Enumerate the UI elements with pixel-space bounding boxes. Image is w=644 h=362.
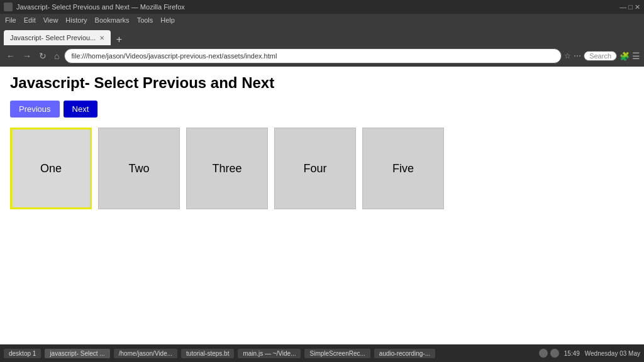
menu-item-help[interactable]: Help (160, 16, 175, 24)
address-bar[interactable]: file:///home/jason/Videos/javascript-pre… (64, 48, 562, 63)
tab-close-button[interactable]: ✕ (99, 35, 104, 41)
tab-label: Javascript- Select Previou... (10, 34, 96, 41)
next-button[interactable]: Next (64, 101, 98, 118)
menu-item-tools[interactable]: Tools (137, 16, 153, 24)
page-title: Javascript- Select Previous and Next (10, 74, 634, 92)
firefox-icon (4, 3, 13, 11)
search-box[interactable]: Search (584, 51, 617, 61)
window-title-controls-text: — □ ✕ (619, 3, 640, 11)
previous-button[interactable]: Previous (10, 101, 60, 118)
menu-button[interactable]: ☰ (632, 51, 640, 61)
button-group: Previous Next (10, 101, 634, 118)
menu-bar: (function() { const data = JSON.parse(do… (0, 14, 644, 26)
menu-item-view[interactable]: View (43, 16, 58, 24)
bookmarks-icon[interactable]: ☆ (564, 52, 571, 60)
card-five[interactable]: Five (362, 128, 444, 209)
menu-item-edit[interactable]: Edit (24, 16, 36, 24)
reload-button[interactable]: ↻ (36, 50, 49, 62)
page-content: Javascript- Select Previous and Next Pre… (0, 67, 644, 318)
title-bar: Javascript- Select Previous and Next — M… (0, 0, 644, 14)
back-button[interactable]: ← (4, 50, 18, 62)
card-two[interactable]: Two (98, 128, 180, 209)
menu-item-file[interactable]: File (5, 16, 16, 24)
menu-item-bookmarks[interactable]: Bookmarks (95, 16, 130, 24)
window-controls: — □ ✕ (619, 3, 640, 11)
extensions-icon[interactable]: 🧩 (619, 52, 630, 61)
browser-chrome: Javascript- Select Previous and Next — M… (0, 0, 644, 67)
cards-container: OneTwoThreeFourFive (10, 128, 634, 209)
forward-button[interactable]: → (20, 50, 34, 62)
tab-bar: Javascript- Select Previou... ✕ + (0, 26, 644, 45)
browser-tab[interactable]: Javascript- Select Previou... ✕ (4, 30, 111, 45)
window-title: Javascript- Select Previous and Next — M… (16, 3, 185, 11)
home-button[interactable]: ⌂ (52, 50, 62, 62)
menu-item-history[interactable]: History (65, 16, 87, 24)
card-one[interactable]: One (10, 128, 92, 209)
nav-bar: ← → ↻ ⌂ file:///home/jason/Videos/javasc… (0, 45, 644, 67)
new-tab-button[interactable]: + (113, 34, 125, 45)
card-three[interactable]: Three (186, 128, 268, 209)
card-four[interactable]: Four (274, 128, 356, 209)
title-bar-left: Javascript- Select Previous and Next — M… (4, 3, 185, 11)
nav-right-icons: ☆ ⋯ Search 🧩 ☰ (564, 51, 640, 61)
more-icon[interactable]: ⋯ (574, 52, 581, 60)
address-text: file:///home/jason/Videos/javascript-pre… (71, 52, 277, 60)
